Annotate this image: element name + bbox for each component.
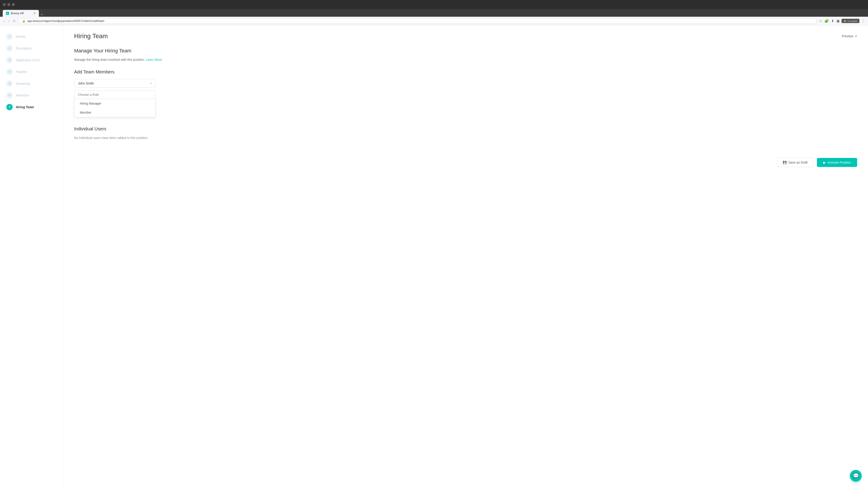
member-select-wrapper: John Smith ▾ xyxy=(74,79,156,88)
minimize-btn[interactable]: — xyxy=(3,3,6,6)
close-btn[interactable]: ✕ xyxy=(12,3,15,6)
role-option-member[interactable]: Member xyxy=(74,108,155,117)
step-circle-1: 1 xyxy=(6,33,13,40)
sidebar-item-hiring-team[interactable]: 7 Hiring Team xyxy=(0,101,63,113)
member-label: Member xyxy=(80,111,91,114)
save-icon: 💾 xyxy=(783,161,786,164)
member-select[interactable]: John Smith ▾ xyxy=(74,79,156,88)
incognito-label: Incognito xyxy=(847,20,858,22)
sidebar-label-pipeline: Pipeline xyxy=(16,70,27,74)
sidebar-label-screening: Screening xyxy=(16,82,30,86)
learn-more-link[interactable]: Learn More xyxy=(146,58,162,61)
role-input[interactable] xyxy=(74,90,156,99)
no-users-text: No individual users have been added to t… xyxy=(74,136,857,140)
chat-bubble[interactable]: 💬 xyxy=(850,470,862,482)
team-member-row: John Smith ▾ xyxy=(74,79,857,88)
role-dropdown-wrapper: Hiring Manager Member xyxy=(74,90,156,117)
section-title: Manage Your Hiring Team xyxy=(74,48,857,54)
app-layout: 1 Details 2 Description 3 Application Fo… xyxy=(0,25,868,488)
preview-label: Preview xyxy=(842,34,853,38)
more-btn[interactable]: ⋮ xyxy=(861,18,865,24)
tab-favicon: B xyxy=(6,12,9,15)
activate-icon: ▶ xyxy=(823,161,826,164)
sidebar-label-details: Details xyxy=(16,35,26,38)
address-bar-row: ‹ › ↻ 🔒 app.breezy.hr/app/c/moodjoy/posi… xyxy=(0,17,868,25)
sidebar-label-description: Description xyxy=(16,46,32,50)
url-text: app.breezy.hr/app/c/moodjoy/positions/59… xyxy=(27,20,104,23)
active-tab[interactable]: B Breezy HR ✕ xyxy=(3,10,39,17)
save-draft-label: Save as Draft xyxy=(788,161,808,164)
layout-btn[interactable]: ▣ xyxy=(836,18,840,24)
forward-btn[interactable]: › xyxy=(7,19,10,23)
tab-label: Breezy HR xyxy=(11,12,24,15)
add-team-title: Add Team Members xyxy=(74,69,857,74)
preview-link[interactable]: Preview ↗ xyxy=(842,34,857,38)
incognito-badge: 🕵 Incognito xyxy=(842,19,860,23)
sidebar-label-application-form: Application Form xyxy=(16,58,39,62)
individual-title: Individual Users xyxy=(74,126,857,131)
new-tab-btn[interactable]: + xyxy=(39,13,45,17)
step-circle-4: 4 xyxy=(6,69,13,75)
chat-icon: 💬 xyxy=(853,473,859,479)
incognito-icon: 🕵 xyxy=(843,20,846,22)
step-circle-5: 5 xyxy=(6,80,13,87)
sidebar-item-screening[interactable]: 5 Screening xyxy=(0,78,63,90)
main-content: Hiring Team Preview ↗ Manage Your Hiring… xyxy=(63,25,868,488)
browser-chrome: — ▢ ✕ xyxy=(0,0,868,9)
step-circle-7: 7 xyxy=(6,104,13,110)
sidebar-label-hiring-team: Hiring Team xyxy=(16,105,34,109)
tab-close-btn[interactable]: ✕ xyxy=(33,12,36,15)
download-btn[interactable]: ⬇ xyxy=(831,18,835,24)
browser-actions: ☆ 🧩 ⬇ ▣ 🕵 Incognito ⋮ xyxy=(818,18,865,24)
sidebar-label-advertise: Advertise xyxy=(16,94,29,97)
hiring-manager-label: Hiring Manager xyxy=(80,102,101,105)
section-desc-text: Manage the hiring team involved with thi… xyxy=(74,58,145,61)
step-circle-2: 2 xyxy=(6,45,13,52)
section-desc: Manage the hiring team involved with thi… xyxy=(74,57,857,62)
sidebar-item-description[interactable]: 2 Description xyxy=(0,42,63,54)
sidebar-item-pipeline[interactable]: 4 Pipeline xyxy=(0,66,63,78)
individual-section: Individual Users No individual users hav… xyxy=(74,126,857,140)
save-draft-button[interactable]: 💾 Save as Draft xyxy=(777,158,813,167)
tab-bar: B Breezy HR ✕ + xyxy=(0,9,868,17)
page-header: Hiring Team Preview ↗ xyxy=(74,33,857,40)
external-link-icon: ↗ xyxy=(855,34,857,38)
extensions-btn[interactable]: 🧩 xyxy=(824,18,829,24)
address-bar[interactable]: 🔒 app.breezy.hr/app/c/moodjoy/positions/… xyxy=(18,18,817,24)
activate-label: Activate Position xyxy=(828,161,851,164)
role-option-hiring-manager[interactable]: Hiring Manager xyxy=(74,99,155,108)
sidebar-item-application-form[interactable]: 3 Application Form xyxy=(0,54,63,66)
step-circle-3: 3 xyxy=(6,57,13,63)
activate-button[interactable]: ▶ Activate Position xyxy=(817,158,857,167)
role-dropdown-menu: Hiring Manager Member xyxy=(74,99,156,117)
step-circle-6: 6 xyxy=(6,92,13,98)
window-controls: — ▢ ✕ xyxy=(3,3,15,6)
sidebar: 1 Details 2 Description 3 Application Fo… xyxy=(0,25,63,488)
back-btn[interactable]: ‹ xyxy=(3,19,6,23)
sidebar-item-details[interactable]: 1 Details xyxy=(0,31,63,42)
maximize-btn[interactable]: ▢ xyxy=(7,3,10,6)
lock-icon: 🔒 xyxy=(22,20,26,23)
bookmark-btn[interactable]: ☆ xyxy=(818,18,823,24)
reload-btn[interactable]: ↻ xyxy=(12,19,17,23)
page-title: Hiring Team xyxy=(74,33,108,40)
page-footer: 💾 Save as Draft ▶ Activate Position xyxy=(74,153,857,167)
sidebar-item-advertise[interactable]: 6 Advertise xyxy=(0,90,63,101)
chevron-down-icon: ▾ xyxy=(150,82,152,85)
member-name: John Smith xyxy=(78,82,94,85)
